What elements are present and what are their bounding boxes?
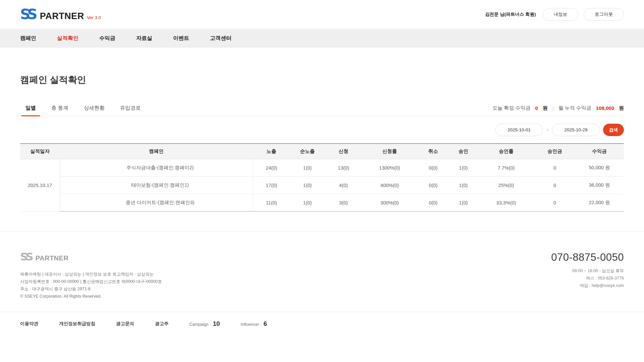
- cell-apply: 3(0): [325, 194, 362, 212]
- tab-inflow-path[interactable]: 유입경로: [119, 102, 142, 116]
- nav-item-performance[interactable]: 실적확인: [57, 35, 78, 42]
- col-date: 실적일자: [20, 144, 60, 159]
- fax-number: 팩스 : 053-626-3776: [551, 275, 624, 282]
- tab-detail-status[interactable]: 상세현황: [83, 102, 105, 116]
- revenue-summary: 오늘 확정 수익금 0 원 | 월 누적 수익금 108,000 원: [492, 105, 624, 116]
- cell-approve: 1(0): [449, 177, 478, 194]
- nav-item-support[interactable]: 고객센터: [210, 35, 231, 42]
- link-terms[interactable]: 이용약관: [20, 321, 38, 327]
- cell-net-exposure: 1(0): [290, 177, 325, 194]
- link-advertiser[interactable]: 광고주: [155, 321, 169, 327]
- footer-logo-partner-text: PARTNER: [36, 254, 69, 262]
- logo-ss-mark: SS: [20, 7, 38, 21]
- tabs: 일별 총 통계 상세현황 유입경로: [20, 102, 142, 116]
- col-approve-rate: 승인률: [478, 144, 535, 159]
- footer: SS PARTNER 제휴마케팅 | 대표이사 : 상상의눈 | 개인정보 보호…: [0, 232, 644, 300]
- influencer-count-label: Influencer :: [241, 322, 262, 327]
- cell-campaign: 태아보험-(캠페인:캠페인1): [60, 177, 253, 194]
- cell-campaign: 중년 다이어트-(캠페인:캔페인3): [60, 194, 253, 212]
- campaign-count: Campaign : 10: [190, 320, 220, 327]
- col-exposure: 노출: [253, 144, 290, 159]
- table-row: 태아보험-(캠페인:캠페인1) 17(0) 1(0) 4(0) 400%(0) …: [20, 177, 624, 194]
- tabs-row: 일별 총 통계 상세현황 유입경로 오늘 확정 수익금 0 원 | 월 누적 수…: [20, 102, 624, 116]
- cell-exposure: 24(0): [253, 159, 290, 177]
- col-apply-rate: 신청률: [362, 144, 417, 159]
- date-filter-row: ~ 검색: [20, 124, 624, 136]
- nav-item-revenue[interactable]: 수익금: [99, 35, 115, 42]
- link-ad-inquiry[interactable]: 광고문의: [116, 321, 134, 327]
- influencer-count: Influencer : 6: [241, 320, 267, 327]
- campaign-count-label: Campaign :: [190, 322, 211, 327]
- footer-left: SS PARTNER 제휴마케팅 | 대표이사 : 상상의눈 | 개인정보 보호…: [20, 251, 162, 300]
- company-info-line: 주소 : 대구광역시 중구 남산동 2971-8: [20, 286, 162, 293]
- company-info: 제휴마케팅 | 대표이사 : 상상의눈 | 개인정보 보호 최고책임자 : 상상…: [20, 271, 162, 300]
- contact-info: 09:00 ~ 18:00 - 일요일 휴무 팩스 : 053-626-3776…: [551, 267, 624, 290]
- cell-net-exposure: 1(0): [290, 159, 325, 177]
- today-revenue-label: 오늘 확정 수익금: [492, 105, 530, 111]
- cell-approve-amount: 0: [535, 159, 575, 177]
- tab-daily[interactable]: 일별: [25, 102, 37, 116]
- cell-exposure: 17(0): [253, 177, 290, 194]
- campaign-count-value: 10: [213, 320, 220, 327]
- month-revenue-label: 월 누적 수익금: [558, 105, 591, 111]
- copyright: © SSEYE Corporation. All Rights Reserved…: [20, 293, 162, 300]
- company-info-line: 제휴마케팅 | 대표이사 : 상상의눈 | 개인정보 보호 최고책임자 : 상상…: [20, 271, 162, 278]
- tab-total-stats[interactable]: 총 통계: [51, 102, 69, 116]
- cell-apply-rate: 400%(0): [362, 177, 417, 194]
- date-range-tilde: ~: [545, 127, 549, 132]
- cell-date: 2025.10.17: [20, 159, 60, 212]
- month-revenue-unit: 원: [619, 105, 624, 111]
- cell-apply: 13(0): [325, 159, 362, 177]
- company-info-line: 사업자등록번호 : 000-00-00000 | 통신판매업신고번호 제0000…: [20, 278, 162, 286]
- table-row: 2025.10.17 주식자금대출-(캠페인:캠페이2) 24(0) 1(0) …: [20, 159, 624, 177]
- nav-item-campaign[interactable]: 캠페인: [20, 35, 36, 42]
- nav-item-events[interactable]: 이벤트: [173, 35, 189, 42]
- my-info-button[interactable]: 내정보: [543, 8, 579, 21]
- user-name: 김전문 님(파트너스 회원): [485, 11, 536, 17]
- page-title: 캠페인 실적확인: [20, 74, 624, 86]
- logo-version: Ver 3.0: [87, 15, 101, 20]
- cell-apply-rate: 1300%(0): [362, 159, 417, 177]
- contact-phone: 070-8875-0050: [551, 251, 624, 263]
- brand-logo[interactable]: SS PARTNER Ver 3.0: [20, 7, 101, 21]
- cell-revenue: 36,000 원: [575, 177, 624, 194]
- top-header: SS PARTNER Ver 3.0 김전문 님(파트너스 회원) 내정보 로그…: [0, 0, 644, 29]
- main-content: 캠페인 실적확인 일별 총 통계 상세현황 유입경로 오늘 확정 수익금 0 원…: [0, 74, 644, 212]
- col-cancel: 취소: [417, 144, 449, 159]
- footer-links-row: 이용약관 개인정보취급방침 광고문의 광고주 Campaign : 10 Inf…: [0, 312, 644, 336]
- footer-right: 070-8875-0050 09:00 ~ 18:00 - 일요일 휴무 팩스 …: [551, 251, 624, 300]
- cell-cancel: 0(0): [417, 177, 449, 194]
- user-area: 김전문 님(파트너스 회원) 내정보 로그아웃: [485, 8, 624, 21]
- cell-approve: 1(0): [449, 159, 478, 177]
- cell-approve-rate: 7.7%(0): [478, 159, 535, 177]
- col-net-exposure: 순노출: [290, 144, 325, 159]
- summary-separator: |: [552, 106, 554, 111]
- start-date-input[interactable]: [495, 124, 543, 136]
- logout-button[interactable]: 로그아웃: [584, 8, 624, 21]
- influencer-count-value: 6: [263, 320, 267, 327]
- today-revenue-unit: 원: [543, 105, 548, 111]
- cell-approve-amount: 0: [535, 194, 575, 212]
- business-hours: 09:00 ~ 18:00 - 일요일 휴무: [551, 267, 624, 275]
- cell-cancel: 0(0): [417, 159, 449, 177]
- link-privacy-policy[interactable]: 개인정보취급방침: [59, 321, 95, 327]
- cell-campaign: 주식자금대출-(캠페인:캠페이2): [60, 159, 253, 177]
- page: SS PARTNER Ver 3.0 김전문 님(파트너스 회원) 내정보 로그…: [0, 0, 644, 362]
- cell-revenue: 50,000 원: [575, 159, 624, 177]
- cell-approve-amount: 0: [535, 177, 575, 194]
- col-approve-amount: 승인금: [535, 144, 575, 159]
- nav-item-resources[interactable]: 자료실: [136, 35, 152, 42]
- end-date-input[interactable]: [552, 124, 600, 136]
- col-approve: 승인: [449, 144, 478, 159]
- table-header-row: 실적일자 캠페인 노출 순노출 신청 신청률 취소 승인 승인률 승인금 수익금: [20, 144, 624, 159]
- global-nav: 캠페인 실적확인 수익금 자료실 이벤트 고객센터: [0, 29, 644, 48]
- cell-approve-rate: 25%(0): [478, 177, 535, 194]
- cell-revenue: 22,000 원: [575, 194, 624, 212]
- footer-logo: SS PARTNER: [20, 251, 162, 262]
- cell-net-exposure: 1(0): [290, 194, 325, 212]
- contact-email: 메일 : help@sseye.com: [551, 282, 624, 290]
- today-revenue-value: 0: [535, 105, 538, 111]
- cell-approve: 1(0): [449, 194, 478, 212]
- logo-partner-text: PARTNER: [40, 12, 84, 21]
- search-button[interactable]: 검색: [603, 124, 624, 136]
